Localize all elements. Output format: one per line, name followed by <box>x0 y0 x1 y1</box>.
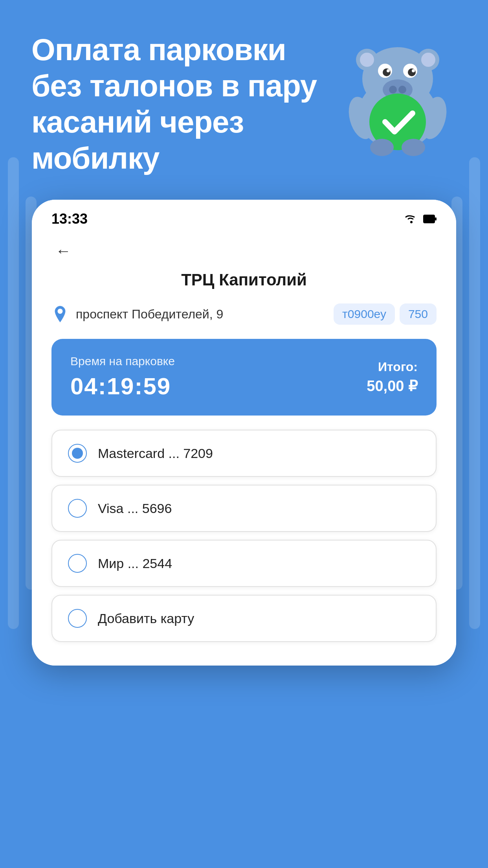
payment-option-mir[interactable]: Мир ... 2544 <box>51 540 437 587</box>
timer-card: Время на парковке 04:19:59 Итого: 50,00 … <box>51 339 437 416</box>
total-value: 50,00 ₽ <box>367 377 418 395</box>
svg-point-10 <box>387 69 390 72</box>
location-name: ТРЦ Капитолий <box>51 270 437 289</box>
svg-point-23 <box>57 309 62 314</box>
svg-point-3 <box>360 53 374 67</box>
timer-left: Время на парковке 04:19:59 <box>70 355 175 400</box>
payment-label-add: Добавить карту <box>98 611 194 626</box>
svg-point-18 <box>370 139 394 156</box>
back-button[interactable]: ← <box>51 239 75 263</box>
location-pin-icon <box>51 305 69 323</box>
phone-mockup: 13:33 ← <box>32 200 456 666</box>
status-icons <box>404 214 437 224</box>
tag-number: 750 <box>400 303 437 325</box>
svg-point-19 <box>402 139 425 156</box>
radio-visa <box>68 499 87 518</box>
payment-option-visa[interactable]: Visa ... 5696 <box>51 485 437 532</box>
location-left: проспект Победителей, 9 <box>51 305 223 323</box>
timer-label: Время на парковке <box>70 355 175 368</box>
wifi-icon <box>404 214 418 224</box>
battery-icon <box>423 215 437 223</box>
hero-section: Оплата парковки без талонов в пару касан… <box>0 0 488 200</box>
total-label: Итого: <box>367 360 418 374</box>
svg-rect-21 <box>424 215 435 223</box>
status-time: 13:33 <box>51 211 88 227</box>
hero-title: Оплата парковки без талонов в пару касан… <box>31 31 339 176</box>
payment-label-mir: Мир ... 2544 <box>98 556 172 571</box>
mascot-hippo <box>339 31 457 157</box>
timer-right: Итого: 50,00 ₽ <box>367 360 418 395</box>
phone-content: ← ТРЦ Капитолий проспект Победителей, 9 … <box>32 231 456 666</box>
location-address: проспект Победителей, 9 <box>76 307 223 322</box>
radio-mir <box>68 554 87 573</box>
phone-wrapper: 13:33 ← <box>0 200 488 666</box>
payment-label-mastercard: Mastercard ... 7209 <box>98 446 213 461</box>
svg-point-9 <box>408 68 416 76</box>
timer-value: 04:19:59 <box>70 373 175 400</box>
payment-option-add[interactable]: Добавить карту <box>51 595 437 642</box>
svg-point-8 <box>383 68 391 76</box>
svg-point-20 <box>410 221 413 223</box>
payment-label-visa: Visa ... 5696 <box>98 501 172 516</box>
radio-mastercard <box>68 444 87 463</box>
hero-text: Оплата парковки без талонов в пару касан… <box>31 31 339 176</box>
svg-point-14 <box>398 86 406 94</box>
svg-point-13 <box>389 86 397 94</box>
location-tags: т0900еу 750 <box>334 303 437 325</box>
svg-rect-22 <box>435 217 437 221</box>
tag-plate: т0900еу <box>334 303 395 325</box>
location-row: проспект Победителей, 9 т0900еу 750 <box>51 303 437 325</box>
back-arrow-icon: ← <box>55 242 71 260</box>
svg-point-5 <box>421 53 435 67</box>
svg-point-11 <box>412 69 415 72</box>
payment-option-mastercard[interactable]: Mastercard ... 7209 <box>51 430 437 477</box>
payment-options: Mastercard ... 7209Visa ... 5696Мир ... … <box>51 430 437 642</box>
status-bar: 13:33 <box>32 200 456 231</box>
radio-add <box>68 609 87 628</box>
